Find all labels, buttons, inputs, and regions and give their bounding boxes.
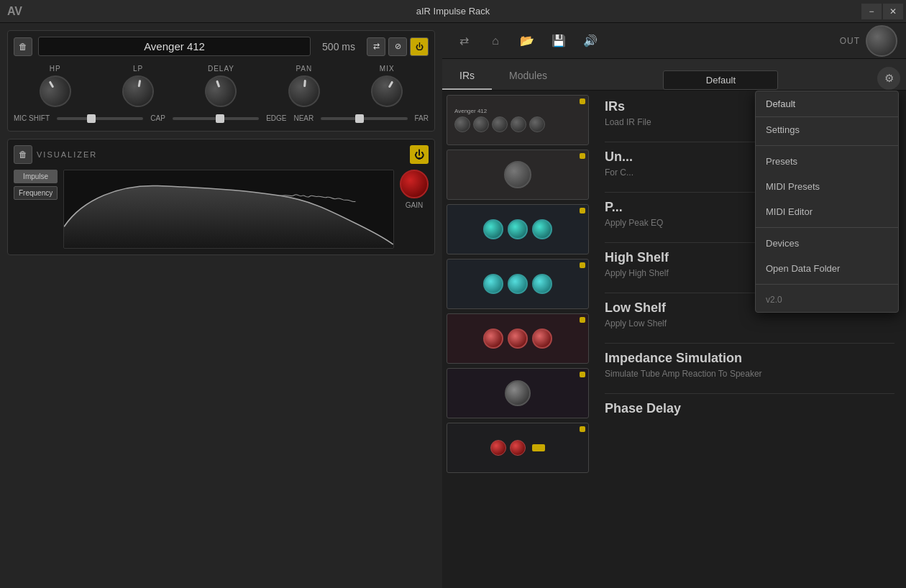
- main-container: 🗑 Avenger 412 500 ms ⇄ ⊘ ⏻ HP LP: [0, 23, 906, 588]
- master-out-knob[interactable]: [866, 25, 897, 57]
- impedance-section[interactable]: Impedance Simulation Simulate Tube Amp R…: [605, 351, 894, 379]
- far-label: FAR: [415, 114, 429, 122]
- ir-module-header: 🗑 Avenger 412 500 ms ⇄ ⊘ ⏻: [14, 37, 429, 56]
- hp-knob-group: HP: [40, 65, 71, 107]
- mic-shift-label: MIC SHIFT: [14, 114, 50, 122]
- hp-label: HP: [50, 65, 61, 73]
- ir-phase-button[interactable]: ⊘: [388, 37, 407, 56]
- close-button[interactable]: ✕: [883, 4, 903, 19]
- app-title: aIR Impulse Rack: [416, 6, 490, 17]
- save-button[interactable]: 💾: [546, 28, 572, 54]
- visualizer-controls: Impulse Frequency: [14, 170, 58, 249]
- devices-menu-item[interactable]: Devices: [756, 231, 898, 256]
- right-panel: ⇄ ⌂ 📂 💾 🔊 OUT IRs Modules Default ⚙: [442, 23, 906, 588]
- low-shelf-sub: Apply Low Shelf: [605, 318, 894, 329]
- visualizer-power-button[interactable]: ⏻: [410, 145, 429, 164]
- impedance-title: Impedance Simulation: [605, 351, 894, 366]
- delay-knob-group: DELAY: [205, 65, 237, 107]
- ir-module: 🗑 Avenger 412 500 ms ⇄ ⊘ ⏻ HP LP: [7, 30, 435, 132]
- list-item[interactable]: [447, 368, 589, 418]
- open-data-folder-menu-item[interactable]: Open Data Folder: [756, 256, 898, 281]
- ir-module-buttons: ⇄ ⊘ ⏻: [367, 37, 429, 56]
- list-item[interactable]: Avenger 412: [447, 95, 589, 145]
- visualizer-title: VISUALIZER: [37, 150, 97, 159]
- impulse-button[interactable]: Impulse: [14, 170, 58, 183]
- pan-knob[interactable]: [287, 74, 321, 109]
- modules-list: Avenger 412: [442, 91, 593, 588]
- near-label: NEAR: [293, 114, 314, 122]
- lp-label: LP: [133, 65, 143, 73]
- cap-track[interactable]: [173, 117, 259, 120]
- mix-label: MIX: [380, 65, 395, 73]
- gain-label: GAIN: [406, 201, 423, 209]
- frequency-button[interactable]: Frequency: [14, 186, 58, 200]
- preset-area: Default: [564, 70, 877, 90]
- app-logo: AV: [7, 5, 22, 18]
- window-controls: − ✕: [861, 4, 906, 19]
- out-label: OUT: [840, 36, 860, 46]
- home-button[interactable]: ⌂: [482, 28, 508, 54]
- list-item[interactable]: [447, 150, 589, 200]
- impedance-sub: Simulate Tube Amp Reaction To Speaker: [605, 369, 894, 379]
- cap-label: CAP: [150, 114, 165, 122]
- edge-label: EDGE: [266, 114, 286, 122]
- presets-menu-item[interactable]: Presets: [756, 149, 898, 174]
- left-panel: 🗑 Avenger 412 500 ms ⇄ ⊘ ⏻ HP LP: [0, 23, 442, 588]
- delay-label: DELAY: [208, 65, 234, 73]
- folder-button[interactable]: 📂: [514, 28, 540, 54]
- pan-label: PAN: [296, 65, 312, 73]
- midi-presets-menu-item[interactable]: MIDI Presets: [756, 174, 898, 199]
- ir-knobs-row: HP LP DELAY PAN MIX: [14, 62, 429, 110]
- title-bar: AV aIR Impulse Rack − ✕: [0, 0, 906, 23]
- visualizer-module: 🗑 VISUALIZER ⏻ Impulse Frequency: [7, 139, 435, 255]
- list-item[interactable]: [447, 204, 589, 254]
- ir-delete-button[interactable]: 🗑: [14, 37, 32, 56]
- visualizer-canvas: [63, 170, 394, 249]
- lp-knob[interactable]: [120, 73, 157, 110]
- list-item[interactable]: [447, 313, 589, 364]
- monitor-button[interactable]: 🔊: [577, 28, 603, 54]
- lp-knob-group: LP: [122, 65, 154, 107]
- settings-menu-item[interactable]: Settings: [756, 117, 898, 142]
- pan-knob-group: PAN: [288, 65, 320, 107]
- list-item[interactable]: [447, 423, 589, 473]
- swap-button[interactable]: ⇄: [451, 28, 477, 54]
- title-bar-left: AV: [0, 5, 22, 18]
- tabs-bar: IRs Modules Default ⚙: [442, 59, 906, 91]
- toolbar: ⇄ ⌂ 📂 💾 🔊 OUT: [442, 23, 906, 59]
- modules-content: Avenger 412: [442, 91, 906, 588]
- ir-power-button[interactable]: ⏻: [410, 37, 429, 56]
- mix-knob-group: MIX: [371, 65, 403, 107]
- gain-group: GAIN: [400, 170, 429, 249]
- ir-module-time: 500 ms: [316, 41, 361, 52]
- near-far-track[interactable]: [321, 117, 407, 120]
- visualizer-delete-button[interactable]: 🗑: [14, 145, 32, 164]
- visualizer-header: 🗑 VISUALIZER ⏻: [14, 145, 429, 164]
- list-item[interactable]: [447, 259, 589, 309]
- mic-shift-track[interactable]: [57, 117, 143, 120]
- ir-parallel-button[interactable]: ⇄: [367, 37, 385, 56]
- dropdown-menu: Default Settings Presets MIDI Presets MI…: [755, 91, 899, 313]
- ir-module-name: Avenger 412: [38, 37, 311, 56]
- preset-display[interactable]: Default: [663, 70, 778, 90]
- delay-knob[interactable]: [201, 71, 241, 111]
- phase-delay-title: Phase Delay: [605, 401, 894, 416]
- gear-button[interactable]: ⚙: [877, 67, 900, 90]
- version-label: v2.0: [756, 288, 898, 312]
- tab-irs[interactable]: IRs: [442, 63, 492, 90]
- hp-knob[interactable]: [34, 70, 77, 113]
- visualizer-body: Impulse Frequency: [14, 170, 429, 249]
- midi-editor-menu-item[interactable]: MIDI Editor: [756, 199, 898, 224]
- gain-knob[interactable]: [400, 170, 429, 198]
- tab-modules[interactable]: Modules: [492, 63, 564, 90]
- phase-delay-section[interactable]: Phase Delay: [605, 401, 894, 416]
- sliders-row: MIC SHIFT CAP EDGE NEAR FAR: [14, 110, 429, 125]
- minimize-button[interactable]: −: [861, 4, 882, 19]
- mix-knob[interactable]: [365, 70, 408, 113]
- dropdown-header: Default: [756, 91, 898, 117]
